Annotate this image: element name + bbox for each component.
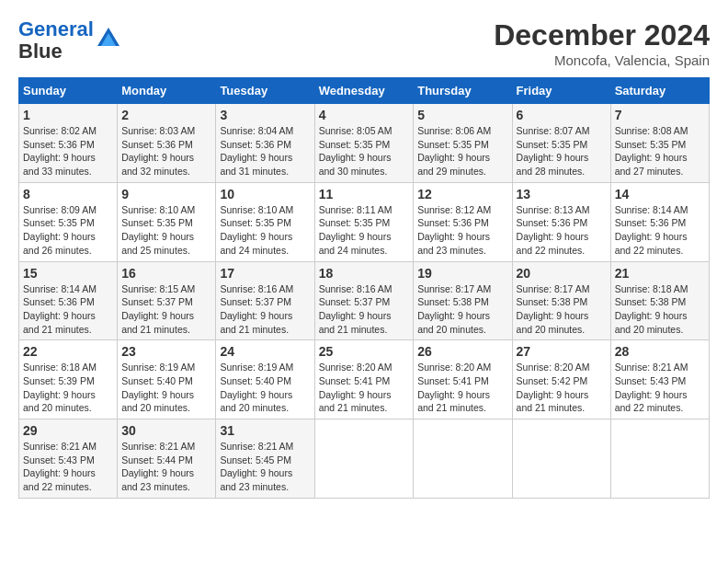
day-info: Sunrise: 8:07 AM Sunset: 5:35 PM Dayligh… [517, 124, 607, 178]
day-number: 11 [319, 187, 410, 201]
table-row: 16 Sunrise: 8:15 AM Sunset: 5:37 PM Dayl… [118, 261, 216, 340]
col-wednesday: Wednesday [314, 78, 414, 104]
day-info: Sunrise: 8:21 AM Sunset: 5:44 PM Dayligh… [121, 440, 211, 494]
table-row: 12 Sunrise: 8:12 AM Sunset: 5:36 PM Dayl… [414, 182, 512, 261]
day-number: 12 [417, 187, 507, 201]
table-row: 7 Sunrise: 8:08 AM Sunset: 5:35 PM Dayli… [610, 104, 709, 183]
table-row: 20 Sunrise: 8:17 AM Sunset: 5:38 PM Dayl… [512, 261, 610, 340]
day-number: 29 [23, 423, 113, 438]
empty-cell [414, 419, 512, 499]
table-row: 24 Sunrise: 8:19 AM Sunset: 5:40 PM Dayl… [216, 340, 314, 419]
day-number: 23 [121, 344, 211, 359]
day-info: Sunrise: 8:20 AM Sunset: 5:42 PM Dayligh… [517, 361, 607, 415]
day-number: 13 [517, 187, 607, 201]
day-info: Sunrise: 8:16 AM Sunset: 5:37 PM Dayligh… [220, 282, 310, 337]
day-number: 18 [319, 266, 410, 281]
day-number: 3 [220, 108, 310, 122]
day-number: 15 [23, 266, 113, 281]
table-row: 2 Sunrise: 8:03 AM Sunset: 5:36 PM Dayli… [118, 104, 216, 183]
day-number: 2 [121, 108, 211, 122]
col-tuesday: Tuesday [216, 78, 314, 104]
day-number: 17 [220, 266, 310, 281]
table-row: 3 Sunrise: 8:04 AM Sunset: 5:36 PM Dayli… [216, 104, 314, 183]
day-number: 6 [517, 108, 607, 122]
day-info: Sunrise: 8:10 AM Sunset: 5:35 PM Dayligh… [121, 203, 211, 258]
col-saturday: Saturday [610, 78, 709, 104]
day-number: 20 [517, 266, 607, 281]
day-info: Sunrise: 8:10 AM Sunset: 5:35 PM Dayligh… [220, 203, 310, 258]
logo-icon [96, 26, 121, 52]
day-number: 4 [319, 108, 410, 122]
table-row: 9 Sunrise: 8:10 AM Sunset: 5:35 PM Dayli… [118, 182, 216, 261]
calendar-week-row: 8 Sunrise: 8:09 AM Sunset: 5:35 PM Dayli… [19, 182, 710, 261]
day-number: 28 [615, 344, 705, 359]
table-row: 31 Sunrise: 8:21 AM Sunset: 5:45 PM Dayl… [216, 419, 314, 499]
day-number: 25 [319, 344, 410, 359]
table-row: 26 Sunrise: 8:20 AM Sunset: 5:41 PM Dayl… [414, 340, 512, 419]
logo: GeneralBlue [18, 18, 121, 63]
calendar-week-row: 15 Sunrise: 8:14 AM Sunset: 5:36 PM Dayl… [19, 261, 710, 340]
day-info: Sunrise: 8:19 AM Sunset: 5:40 PM Dayligh… [121, 361, 211, 415]
month-title: December 2024 [494, 18, 710, 52]
day-info: Sunrise: 8:14 AM Sunset: 5:36 PM Dayligh… [23, 282, 113, 337]
day-info: Sunrise: 8:04 AM Sunset: 5:36 PM Dayligh… [220, 124, 310, 178]
day-info: Sunrise: 8:03 AM Sunset: 5:36 PM Dayligh… [121, 124, 211, 178]
day-info: Sunrise: 8:12 AM Sunset: 5:36 PM Dayligh… [417, 203, 507, 258]
calendar-week-row: 29 Sunrise: 8:21 AM Sunset: 5:43 PM Dayl… [19, 419, 710, 499]
day-number: 22 [23, 344, 113, 359]
table-row: 14 Sunrise: 8:14 AM Sunset: 5:36 PM Dayl… [610, 182, 709, 261]
day-number: 1 [23, 108, 113, 122]
day-number: 14 [615, 187, 705, 201]
day-number: 27 [517, 344, 607, 359]
location: Moncofa, Valencia, Spain [494, 52, 710, 68]
logo-text: GeneralBlue [18, 18, 94, 63]
table-row: 8 Sunrise: 8:09 AM Sunset: 5:35 PM Dayli… [19, 182, 118, 261]
col-thursday: Thursday [414, 78, 512, 104]
table-row: 17 Sunrise: 8:16 AM Sunset: 5:37 PM Dayl… [216, 261, 314, 340]
day-number: 31 [220, 423, 310, 438]
day-number: 8 [23, 187, 113, 201]
calendar-week-row: 1 Sunrise: 8:02 AM Sunset: 5:36 PM Dayli… [19, 104, 710, 183]
day-info: Sunrise: 8:05 AM Sunset: 5:35 PM Dayligh… [319, 124, 410, 178]
day-info: Sunrise: 8:02 AM Sunset: 5:36 PM Dayligh… [23, 124, 113, 178]
day-number: 19 [417, 266, 507, 281]
day-info: Sunrise: 8:14 AM Sunset: 5:36 PM Dayligh… [615, 203, 705, 258]
day-info: Sunrise: 8:19 AM Sunset: 5:40 PM Dayligh… [220, 361, 310, 415]
day-number: 10 [220, 187, 310, 201]
col-friday: Friday [512, 78, 610, 104]
day-number: 7 [615, 108, 705, 122]
day-info: Sunrise: 8:06 AM Sunset: 5:35 PM Dayligh… [417, 124, 507, 178]
day-info: Sunrise: 8:13 AM Sunset: 5:36 PM Dayligh… [517, 203, 607, 258]
table-row: 21 Sunrise: 8:18 AM Sunset: 5:38 PM Dayl… [610, 261, 709, 340]
table-row: 4 Sunrise: 8:05 AM Sunset: 5:35 PM Dayli… [314, 104, 414, 183]
day-number: 5 [417, 108, 507, 122]
day-info: Sunrise: 8:15 AM Sunset: 5:37 PM Dayligh… [121, 282, 211, 337]
day-info: Sunrise: 8:20 AM Sunset: 5:41 PM Dayligh… [417, 361, 507, 415]
table-row: 29 Sunrise: 8:21 AM Sunset: 5:43 PM Dayl… [19, 419, 118, 499]
day-info: Sunrise: 8:09 AM Sunset: 5:35 PM Dayligh… [23, 203, 113, 258]
table-row: 1 Sunrise: 8:02 AM Sunset: 5:36 PM Dayli… [19, 104, 118, 183]
table-row: 28 Sunrise: 8:21 AM Sunset: 5:43 PM Dayl… [610, 340, 709, 419]
table-row: 5 Sunrise: 8:06 AM Sunset: 5:35 PM Dayli… [414, 104, 512, 183]
empty-cell [512, 419, 610, 499]
day-info: Sunrise: 8:16 AM Sunset: 5:37 PM Dayligh… [319, 282, 410, 337]
col-sunday: Sunday [19, 78, 118, 104]
table-row: 22 Sunrise: 8:18 AM Sunset: 5:39 PM Dayl… [19, 340, 118, 419]
empty-cell [314, 419, 414, 499]
table-row: 6 Sunrise: 8:07 AM Sunset: 5:35 PM Dayli… [512, 104, 610, 183]
calendar-header-row: Sunday Monday Tuesday Wednesday Thursday… [19, 78, 710, 104]
day-number: 26 [417, 344, 507, 359]
table-row: 15 Sunrise: 8:14 AM Sunset: 5:36 PM Dayl… [19, 261, 118, 340]
page-header: GeneralBlue December 2024 Moncofa, Valen… [18, 18, 710, 68]
day-info: Sunrise: 8:20 AM Sunset: 5:41 PM Dayligh… [319, 361, 410, 415]
day-number: 30 [121, 423, 211, 438]
table-row: 27 Sunrise: 8:20 AM Sunset: 5:42 PM Dayl… [512, 340, 610, 419]
day-number: 21 [615, 266, 705, 281]
table-row: 18 Sunrise: 8:16 AM Sunset: 5:37 PM Dayl… [314, 261, 414, 340]
table-row: 11 Sunrise: 8:11 AM Sunset: 5:35 PM Dayl… [314, 182, 414, 261]
title-block: December 2024 Moncofa, Valencia, Spain [494, 18, 710, 68]
day-info: Sunrise: 8:21 AM Sunset: 5:45 PM Dayligh… [220, 440, 310, 494]
day-number: 24 [220, 344, 310, 359]
day-info: Sunrise: 8:08 AM Sunset: 5:35 PM Dayligh… [615, 124, 705, 178]
day-number: 16 [121, 266, 211, 281]
